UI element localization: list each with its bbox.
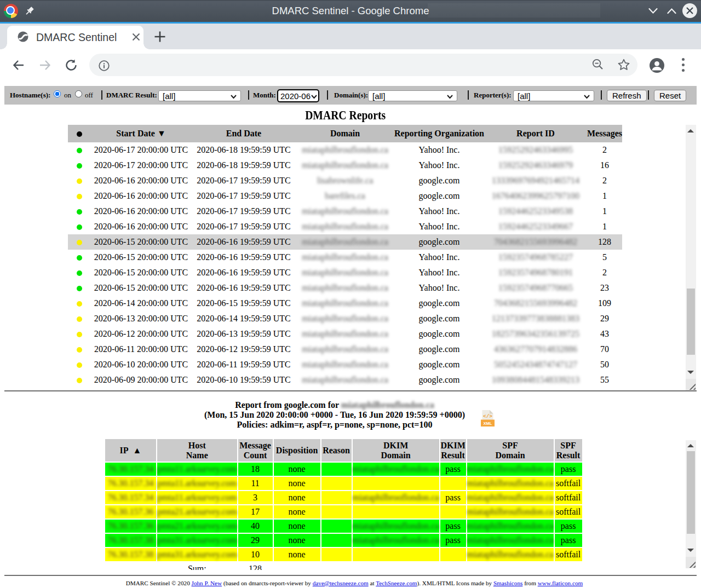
svg-text:XML: XML xyxy=(484,421,492,426)
svg-text:</>: </> xyxy=(483,413,492,419)
